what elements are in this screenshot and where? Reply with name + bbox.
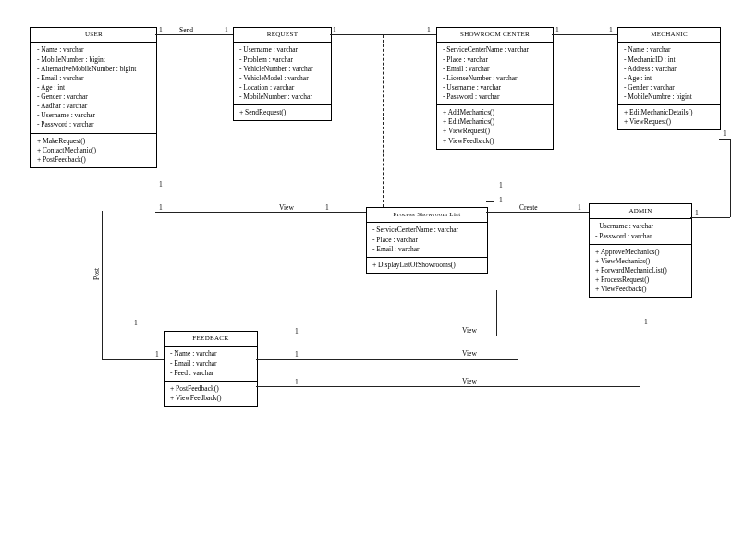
class-admin-ops: + ApproveMechanics() + ViewMechanics() +… xyxy=(590,245,691,298)
op: + EditMechanics() xyxy=(443,117,547,127)
mult: 1 xyxy=(578,203,581,212)
attr: - Gender : varchar xyxy=(624,83,714,92)
label-view: View xyxy=(462,326,477,335)
attr: - Email : varchar xyxy=(443,65,547,74)
uml-class-diagram: USER - Name : varchar - MobileNumber : b… xyxy=(0,0,756,537)
op: + DisplayListOfShowrooms() xyxy=(372,261,482,270)
class-request-ops: + SendRequest() xyxy=(234,105,331,120)
class-admin: ADMIN - Username : varchar - Password : … xyxy=(589,203,692,298)
attr: - Password : varchar xyxy=(37,120,151,129)
attr: - Age : int xyxy=(37,83,151,92)
assoc-mechanic-admin-v xyxy=(730,139,731,217)
class-user-attrs: - Name : varchar - MobileNumber : bigint… xyxy=(31,43,156,133)
attr: - Place : varchar xyxy=(372,236,482,245)
op: + EditMechanicDetails() xyxy=(624,108,714,117)
attr: - MechanicID : int xyxy=(624,55,714,65)
class-mechanic: MECHANIC - Name : varchar - MechanicID :… xyxy=(617,27,721,130)
mult: 1 xyxy=(159,26,163,34)
mult: 1 xyxy=(499,196,503,204)
mult: 1 xyxy=(134,319,138,327)
class-mechanic-ops: + EditMechanicDetails() + ViewRequest() xyxy=(618,105,720,129)
class-showroom: SHOWROOM CENTER - ServiceCenterName : va… xyxy=(436,27,554,150)
class-showroom-ops: + AddMechanics() + EditMechanics() + Vie… xyxy=(437,105,553,149)
mult: 1 xyxy=(555,26,559,34)
attr: - Username : varchar xyxy=(595,222,686,231)
assoc-user-psl xyxy=(155,212,366,213)
mult: 1 xyxy=(644,318,648,326)
attr: - Password : varchar xyxy=(443,92,547,102)
attr: - MobileNumber : bigint xyxy=(37,55,151,65)
op: + ContactMechanic() xyxy=(37,146,151,155)
op: + MakeRequest() xyxy=(37,137,151,146)
assoc-showroom-psl-h xyxy=(486,201,494,202)
attr: - Location : varchar xyxy=(239,83,325,92)
op: + ViewRequest() xyxy=(443,127,547,136)
class-showroom-attrs: - ServiceCenterName : varchar - Place : … xyxy=(437,43,553,105)
op: + ViewMechanics() xyxy=(595,257,686,266)
class-request: REQUEST - Username : varchar - Problem :… xyxy=(233,27,332,121)
attr: - Password : varchar xyxy=(595,232,686,241)
class-admin-title: ADMIN xyxy=(590,204,691,219)
assoc-psl-admin xyxy=(486,212,589,213)
class-process-showroom-list: Process Showroom List - ServiceCenterNam… xyxy=(366,207,488,274)
label-create: Create xyxy=(519,203,538,212)
mult: 1 xyxy=(723,129,726,138)
assoc-mechanic-admin-h2 xyxy=(690,217,730,218)
attr: - Gender : varchar xyxy=(37,92,151,102)
attr: - VehicleNumber : varchar xyxy=(239,65,325,74)
attr: - Age : int xyxy=(624,74,714,83)
attr: - Email : varchar xyxy=(37,74,151,83)
assoc-feedback-mechanic-h xyxy=(256,359,518,360)
op: + ForwardMechanicList() xyxy=(595,266,686,275)
attr: - VehicleModel : varchar xyxy=(239,74,325,83)
op: + ViewFeedback() xyxy=(595,285,686,294)
attr: - MobileNumber : varchar xyxy=(239,92,325,102)
mult: 1 xyxy=(295,378,299,386)
mult: 1 xyxy=(499,181,503,189)
mult: 1 xyxy=(295,327,299,336)
class-psl-attrs: - ServiceCenterName : varchar - Place : … xyxy=(367,223,487,257)
mult: 1 xyxy=(295,350,299,359)
mult: 1 xyxy=(695,209,699,217)
assoc-showroom-mechanic xyxy=(552,34,617,35)
attr: - Username : varchar xyxy=(239,45,325,55)
attr: - ServiceCenterName : varchar xyxy=(372,226,482,235)
class-feedback-title: FEEDBACK xyxy=(165,332,257,347)
mult: 1 xyxy=(159,180,163,189)
op: + ViewRequest() xyxy=(624,117,714,127)
op: + ApproveMechanics() xyxy=(595,248,686,257)
mult: 1 xyxy=(609,26,613,34)
class-psl-ops: + DisplayListOfShowrooms() xyxy=(367,258,487,273)
class-feedback-ops: + PostFeedback() + ViewFeedback() xyxy=(165,382,257,406)
mult: 1 xyxy=(333,26,336,34)
op: + PostFeedback() xyxy=(170,384,251,394)
op: + ViewFeedback() xyxy=(170,394,251,403)
mult: 1 xyxy=(325,203,329,212)
assoc-feedback-admin-h xyxy=(256,386,640,387)
class-user-title: USER xyxy=(31,28,156,43)
op: + AddMechanics() xyxy=(443,108,547,117)
class-feedback: FEEDBACK - Name : varchar - Email : varc… xyxy=(164,331,258,407)
class-user-ops: + MakeRequest() + ContactMechanic() + Po… xyxy=(31,134,156,167)
label-send: Send xyxy=(179,26,193,34)
class-request-attrs: - Username : varchar - Problem : varchar… xyxy=(234,43,331,105)
attr: - Email : varchar xyxy=(170,360,251,369)
attr: - Username : varchar xyxy=(443,83,547,92)
class-mechanic-title: MECHANIC xyxy=(618,28,720,43)
class-user: USER - Name : varchar - MobileNumber : b… xyxy=(30,27,157,168)
label-view: View xyxy=(462,349,477,358)
class-mechanic-attrs: - Name : varchar - MechanicID : int - Ad… xyxy=(618,43,720,105)
label-view: View xyxy=(279,203,294,212)
op: + SendRequest() xyxy=(239,108,325,117)
assoc-feedback-showroom-v xyxy=(496,290,497,336)
mult: 1 xyxy=(159,203,163,212)
op: + PostFeedback() xyxy=(37,155,151,165)
attr: - Name : varchar xyxy=(624,45,714,55)
assoc-user-feedback-v xyxy=(102,211,103,359)
op: + ProcessRequest() xyxy=(595,275,686,285)
assoc-user-request xyxy=(155,34,233,35)
attr: - Problem : varchar xyxy=(239,55,325,65)
assoc-showroom-psl-v xyxy=(494,178,494,201)
mult: 1 xyxy=(427,26,431,34)
attr: - Name : varchar xyxy=(37,45,151,55)
